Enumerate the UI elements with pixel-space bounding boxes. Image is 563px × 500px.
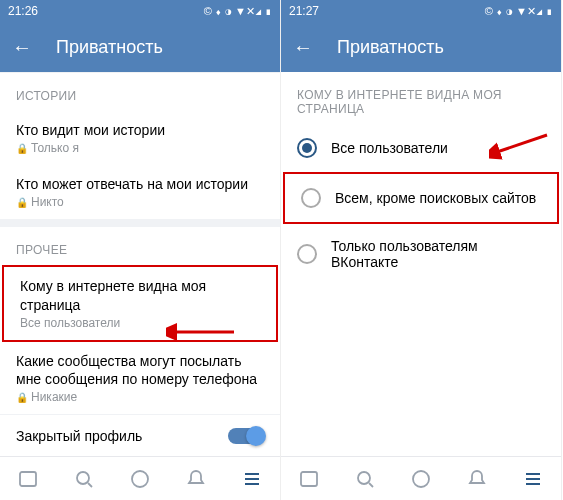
bottom-nav <box>281 456 561 500</box>
svg-rect-1 <box>20 472 36 486</box>
bottom-nav <box>0 456 280 500</box>
setting-value: 🔒Никакие <box>16 390 264 404</box>
radio-icon <box>301 188 321 208</box>
back-icon[interactable]: ← <box>293 36 313 59</box>
setting-title: Кто может отвечать на мои истории <box>16 175 264 193</box>
svg-line-8 <box>497 135 547 152</box>
radio-label: Только пользователям ВКонтакте <box>331 238 545 270</box>
setting-title: Кто видит мои истории <box>16 121 264 139</box>
setting-stories-who-replies[interactable]: Кто может отвечать на мои истории 🔒Никто <box>0 165 280 219</box>
nav-menu-icon[interactable] <box>241 468 263 490</box>
divider <box>0 219 280 227</box>
nav-news-icon[interactable] <box>17 468 39 490</box>
radio-option-all-users[interactable]: Все пользователи <box>281 124 561 172</box>
setting-title: Кому в интернете видна моя страница <box>20 277 260 313</box>
radio-option-vk-only[interactable]: Только пользователям ВКонтакте <box>281 224 561 284</box>
svg-rect-9 <box>301 472 317 486</box>
setting-stories-who-sees[interactable]: Кто видит мои истории 🔒Только я <box>0 111 280 165</box>
nav-news-icon[interactable] <box>298 468 320 490</box>
status-icons: © ⬧ ◑ ▼✕◢ ▮ <box>204 5 272 18</box>
svg-point-2 <box>77 472 89 484</box>
back-icon[interactable]: ← <box>12 36 32 59</box>
svg-point-4 <box>132 471 148 487</box>
radio-label: Всем, кроме поисковых сайтов <box>335 190 536 206</box>
status-bar: 21:26 © ⬧ ◑ ▼✕◢ ▮ <box>0 0 280 22</box>
nav-search-icon[interactable] <box>354 468 376 490</box>
setting-value: Все пользователи <box>20 316 260 330</box>
screen-left: 21:26 © ⬧ ◑ ▼✕◢ ▮ ← Приватность ИСТОРИИ … <box>0 0 281 500</box>
radio-icon <box>297 138 317 158</box>
nav-search-icon[interactable] <box>73 468 95 490</box>
nav-menu-icon[interactable] <box>522 468 544 490</box>
setting-title: Какие сообщества могут посылать мне сооб… <box>16 352 264 388</box>
setting-communities-phone[interactable]: Какие сообщества могут посылать мне сооб… <box>0 342 280 414</box>
svg-point-12 <box>413 471 429 487</box>
setting-value: 🔒Только я <box>16 141 264 155</box>
lock-icon: 🔒 <box>16 392 28 403</box>
setting-title: Закрытый профиль <box>16 427 142 445</box>
section-visibility: КОМУ В ИНТЕРНЕТЕ ВИДНА МОЯ СТРАНИЦА <box>281 72 561 124</box>
lock-icon: 🔒 <box>16 143 28 154</box>
radio-icon <box>297 244 317 264</box>
page-title: Приватность <box>56 37 163 58</box>
section-other: ПРОЧЕЕ <box>0 227 280 265</box>
lock-icon: 🔒 <box>16 197 28 208</box>
setting-internet-visibility[interactable]: Кому в интернете видна моя страница Все … <box>2 265 278 341</box>
status-time: 21:26 <box>8 4 38 18</box>
svg-point-10 <box>358 472 370 484</box>
toggle-switch[interactable] <box>228 428 264 444</box>
nav-notifications-icon[interactable] <box>185 468 207 490</box>
section-stories: ИСТОРИИ <box>0 73 280 111</box>
radio-label: Все пользователи <box>331 140 448 156</box>
nav-messages-icon[interactable] <box>410 468 432 490</box>
svg-line-3 <box>88 483 92 487</box>
status-bar: 21:27 © ⬧ ◑ ▼✕◢ ▮ <box>281 0 561 22</box>
status-icons: © ⬧ ◑ ▼✕◢ ▮ <box>485 5 553 18</box>
svg-line-11 <box>369 483 373 487</box>
status-time: 21:27 <box>289 4 319 18</box>
screen-right: 21:27 © ⬧ ◑ ▼✕◢ ▮ ← Приватность КОМУ В И… <box>281 0 562 500</box>
setting-value: 🔒Никто <box>16 195 264 209</box>
page-title: Приватность <box>337 37 444 58</box>
header: ← Приватность <box>0 22 280 72</box>
header: ← Приватность <box>281 22 561 72</box>
nav-messages-icon[interactable] <box>129 468 151 490</box>
radio-option-except-search[interactable]: Всем, кроме поисковых сайтов <box>283 172 559 224</box>
nav-notifications-icon[interactable] <box>466 468 488 490</box>
setting-private-profile[interactable]: Закрытый профиль <box>0 415 280 457</box>
